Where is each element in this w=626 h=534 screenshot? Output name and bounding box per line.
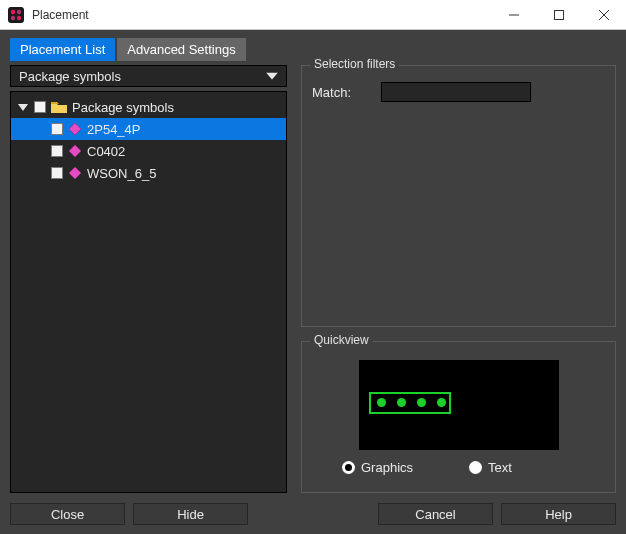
quickview-legend: Quickview (310, 333, 373, 347)
dropdown-selected-label: Package symbols (19, 69, 121, 84)
match-input[interactable] (381, 82, 531, 102)
close-button[interactable]: Close (10, 503, 125, 525)
svg-marker-13 (69, 167, 81, 179)
quickview-preview (359, 360, 559, 450)
component-icon (68, 144, 82, 158)
svg-point-3 (11, 15, 15, 19)
radio-dot-icon (342, 461, 355, 474)
help-button[interactable]: Help (501, 503, 616, 525)
hide-button[interactable]: Hide (133, 503, 248, 525)
svg-marker-11 (69, 123, 81, 135)
radio-graphics-label: Graphics (361, 460, 413, 475)
tree-root-row[interactable]: Package symbols (11, 96, 286, 118)
tree-checkbox[interactable] (34, 101, 46, 113)
tab-placement-list[interactable]: Placement List (10, 38, 115, 61)
chevron-down-icon (266, 69, 278, 84)
window-title: Placement (32, 8, 491, 22)
window-buttons (491, 0, 626, 29)
svg-point-2 (17, 9, 21, 13)
svg-point-4 (17, 15, 21, 19)
svg-marker-12 (69, 145, 81, 157)
titlebar: Placement (0, 0, 626, 30)
minimize-button[interactable] (491, 0, 536, 29)
folder-icon (51, 100, 67, 114)
tree-item[interactable]: C0402 (11, 140, 286, 162)
component-icon (68, 122, 82, 136)
pad-graphic (417, 398, 426, 407)
selection-filters-group: Selection filters Match: (301, 65, 616, 327)
svg-point-1 (11, 9, 15, 13)
app-icon (8, 7, 24, 23)
symbol-type-dropdown[interactable]: Package symbols (10, 65, 287, 87)
tree-checkbox[interactable] (51, 167, 63, 179)
tree-root-label: Package symbols (72, 100, 174, 115)
symbol-tree: Package symbols 2P54_4P C0402 (10, 91, 287, 493)
maximize-button[interactable] (536, 0, 581, 29)
tab-advanced-settings[interactable]: Advanced Settings (117, 38, 245, 61)
tree-item[interactable]: 2P54_4P (11, 118, 286, 140)
tree-checkbox[interactable] (51, 123, 63, 135)
tree-item-label: 2P54_4P (87, 122, 141, 137)
content-area: Placement List Advanced Settings Package… (0, 30, 626, 534)
radio-dot-icon (469, 461, 482, 474)
quickview-radio-graphics[interactable]: Graphics (342, 460, 413, 475)
svg-rect-0 (8, 7, 24, 23)
tree-item[interactable]: WSON_6_5 (11, 162, 286, 184)
tree-checkbox[interactable] (51, 145, 63, 157)
quickview-radio-text[interactable]: Text (469, 460, 512, 475)
tree-item-label: C0402 (87, 144, 125, 159)
cancel-button[interactable]: Cancel (378, 503, 493, 525)
pad-graphic (437, 398, 446, 407)
pad-graphic (377, 398, 386, 407)
component-icon (68, 166, 82, 180)
tree-item-label: WSON_6_5 (87, 166, 156, 181)
selection-filters-legend: Selection filters (310, 57, 399, 71)
svg-rect-6 (554, 10, 563, 19)
quickview-group: Quickview Graphics Text (301, 341, 616, 493)
pad-graphic (397, 398, 406, 407)
svg-marker-10 (18, 104, 28, 111)
radio-text-label: Text (488, 460, 512, 475)
match-label: Match: (312, 85, 351, 100)
close-window-button[interactable] (581, 0, 626, 29)
dialog-footer: Close Hide Cancel Help (10, 503, 616, 525)
chevron-down-icon[interactable] (17, 101, 29, 113)
svg-marker-9 (266, 73, 278, 80)
